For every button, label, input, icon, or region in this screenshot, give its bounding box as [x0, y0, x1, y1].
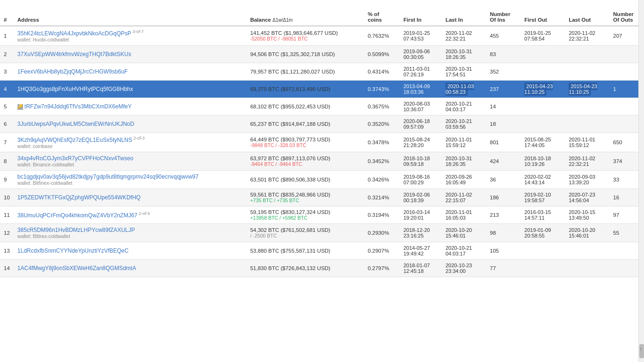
last-out-cell: 2020-07-23 14:56:04 [565, 189, 609, 206]
pct-cell: 0.3675% [364, 98, 400, 115]
first-out-cell [520, 242, 565, 259]
col-first-in: First In [400, 8, 442, 26]
address-link[interactable]: 35hK24tcLEWcgNA4JxpvbkNkoAcDGqQPsP [17, 30, 131, 37]
num-ins-cell: 237 [486, 80, 520, 98]
table-row: 1138UmuUqPCrFmQo4khkomQwZ4VbY2nZMJ672-of… [0, 206, 644, 223]
num-ins-cell: 83 [486, 45, 520, 63]
last-out-cell: 2020-11-01 15:59:12 [565, 132, 609, 152]
balance-main: 59,561 BTC ($835,248,966 USD) [250, 192, 360, 197]
first-in-cell: 2019-09-06 00:30:05 [400, 45, 442, 63]
last-in-cell: 2020-10-31 18:26:35 [442, 45, 486, 63]
col-last-in: Last In [442, 8, 486, 26]
address-link[interactable]: tRFZw7n94Jddq6TfVs3MbCXmDX6eMfeY [25, 103, 132, 110]
table-row: 237XuVSEpWW4trkfmvWzegTHQt7BdktSKUs94,50… [0, 45, 644, 63]
num-ins-cell: 98 [486, 223, 520, 242]
rank-cell: 9 [0, 170, 14, 189]
table-row: 31FeexV6bAHb8ybZjqQMjJrcCrHGW9sb6uF79,95… [0, 63, 644, 80]
num-ins-cell: 801 [486, 132, 520, 152]
last-in-cell: 2020-11-01 16:05:03 [442, 206, 486, 223]
page-title [0, 0, 644, 8]
num-ins-cell: 36 [486, 170, 520, 189]
rank-cell: 3 [0, 63, 14, 80]
table-row: 73Kzh9qAqVWQhEsfQz7zEQL1EuSx5tyNLNS2-of-… [0, 132, 644, 152]
col-first-out: First Out [520, 8, 565, 26]
wallet-label: wallet: Binance-coldwallet [17, 162, 243, 167]
pct-cell: 0.3743% [364, 80, 400, 98]
address-link[interactable]: 38UmuUqPCrFmQo4khkomQwZ4VbY2nZMJ67 [17, 212, 138, 219]
first-in-cell: 2013-04-09 18:03:36 [400, 80, 442, 98]
address-suffix: 3-of-7 [132, 29, 144, 34]
col-num-ins: NumberOf Ins [486, 8, 520, 26]
rank-cell: 6 [0, 115, 14, 132]
balance-cell: 63,972 BTC ($897,113,076 USD)-9464 BTC /… [247, 152, 364, 170]
address-cell: 1LdRcdxfbSnmCYYNdeYpUnztiYzVfBEQeC [14, 242, 247, 259]
first-in-cell: 2019-01-25 07:43:53 [400, 26, 442, 45]
first-out-cell: 2016-03-15 14:57:11 [520, 206, 565, 223]
wallet-label: wallet: coinbase [17, 143, 243, 149]
address-link[interactable]: 1AC4fMwgY8j9onSbXEWeH6Zan8QGMSdmtA [17, 265, 136, 272]
address-suffix: 2-of-5 [139, 211, 150, 216]
first-in-cell: 2018-12-20 23:16:25 [400, 223, 442, 242]
col-rank: # [0, 8, 14, 26]
last-out-cell: 2020-11-02 22:32:21 [565, 26, 609, 45]
address-icon: 🔑 [17, 104, 23, 110]
num-ins-cell: 455 [486, 26, 520, 45]
address-link[interactable]: 37XuVSEpWW4trkfmvWzegTHQt7BdktSKUs [17, 51, 131, 58]
wallet-label: wallet: Bittrex-coldwallet [17, 233, 243, 239]
wallet-label: wallet: Bitfinex-coldwallet [17, 180, 243, 186]
pct-cell: 0.3452% [364, 152, 400, 170]
address-link[interactable]: 1HQ3Go3ggs8pFnXuHVHRytPCq5fGG8Hbhx [17, 86, 133, 92]
first-out-cell [520, 115, 565, 132]
pct-cell: 0.3214% [364, 189, 400, 206]
table-row: 12385cR5DM96n1HvBDMzLHPYcw89fZAXULJPwall… [0, 223, 644, 242]
num-ins-cell: 105 [486, 242, 520, 259]
pct-cell: 0.3520% [364, 115, 400, 132]
address-cell: 385cR5DM96n1HvBDMzLHPYcw89fZAXULJPwallet… [14, 223, 247, 242]
table-row: 5🔑tRFZw7n94Jddq6TfVs3MbCXmDX6eMfeY68,102… [0, 98, 644, 115]
balance-main: 51,830 BTC ($726,843,132 USD) [250, 265, 360, 271]
balance-change: / -2500 BTC [250, 233, 360, 239]
pct-cell: 0.7632% [364, 26, 400, 45]
rank-cell: 5 [0, 98, 14, 115]
address-link[interactable]: 1LdRcdxfbSnmCYYNdeYpUnztiYzVfBEQeC [17, 247, 129, 254]
last-out-cell [565, 115, 609, 132]
last-out-cell: 2020-10-20 15:46:01 [565, 223, 609, 242]
balance-main: 63,501 BTC ($890,506,338 USD) [250, 177, 360, 182]
rank-cell: 14 [0, 259, 14, 277]
address-link[interactable]: 385cR5DM96n1HvBDMzLHPYcw89fZAXULJP [17, 227, 135, 233]
last-out-cell [565, 242, 609, 259]
num-ins-cell: 352 [486, 63, 520, 80]
first-out-cell [520, 45, 565, 63]
address-link[interactable]: 3JurbUwpsAPqvUkwLM5CtwnEWrNnUKJNoD [17, 121, 134, 127]
balance-cell: 94,506 BTC ($1,325,302,718 USD) [247, 45, 364, 63]
pct-cell: 0.5099% [364, 45, 400, 63]
first-out-cell: 2015-04-23 11:10:25 [520, 80, 565, 98]
address-cell: 35hK24tcLEWcgNA4JxpvbkNkoAcDGqQPsP3-of-7… [14, 26, 247, 45]
first-out-cell [520, 259, 565, 277]
last-in-cell: 2020-10-21 03:59:56 [442, 115, 486, 132]
rank-cell: 2 [0, 45, 14, 63]
first-out-cell: 2020-02-02 14:43:14 [520, 170, 565, 189]
col-last-out: Last Out [565, 8, 609, 26]
balance-cell: 59,195 BTC ($830,127,324 USD)+13958 BTC … [247, 206, 364, 223]
first-in-cell: 2020-06-18 09:57:09 [400, 115, 442, 132]
address-link[interactable]: 3Kzh9qAqVWQhEsfQz7zEQL1EuSx5tyNLNS [17, 137, 132, 143]
last-out-cell: 2020-10-15 13:49:50 [565, 206, 609, 223]
address-link[interactable]: 1P5ZEDWTKTFGxQjZphgWPQUpe554WKDfHQ [17, 194, 140, 201]
rich-addresses-table: # Address Balance Δ1w/Δ1m % ofcoins Firs… [0, 8, 644, 277]
first-out-cell: 2019-01-25 07:58:54 [520, 26, 565, 45]
address-link[interactable]: bc1qgdjqv0av3q56jvd82tkdjpy7gdp9ut8tlqmg… [17, 173, 198, 180]
last-in-cell: 2020-11-02 22:15:07 [442, 189, 486, 206]
address-link[interactable]: 34xp4vRoCGJym3xR7yCVPFHoCNxv4Twseo [17, 155, 133, 162]
address-link[interactable]: 1FeexV6bAHb8ybZjqQMjJrcCrHGW9sb6uF [17, 68, 128, 75]
last-in-cell: 2020-10-23 23:34:00 [442, 259, 486, 277]
balance-change: +735 BTC / +735 BTC [250, 197, 360, 203]
col-pct: % ofcoins [364, 8, 400, 26]
table-row: 131LdRcdxfbSnmCYYNdeYpUnztiYzVfBEQeC53,8… [0, 242, 644, 259]
first-in-cell: 2019-02-06 00:18:39 [400, 189, 442, 206]
scrollbar[interactable] [638, 0, 644, 277]
pct-cell: 0.3478% [364, 132, 400, 152]
balance-change: -9464 BTC / -9464 BTC [250, 161, 360, 167]
pct-cell: 0.2907% [364, 242, 400, 259]
first-out-cell: 2019-01-09 20:58:55 [520, 223, 565, 242]
